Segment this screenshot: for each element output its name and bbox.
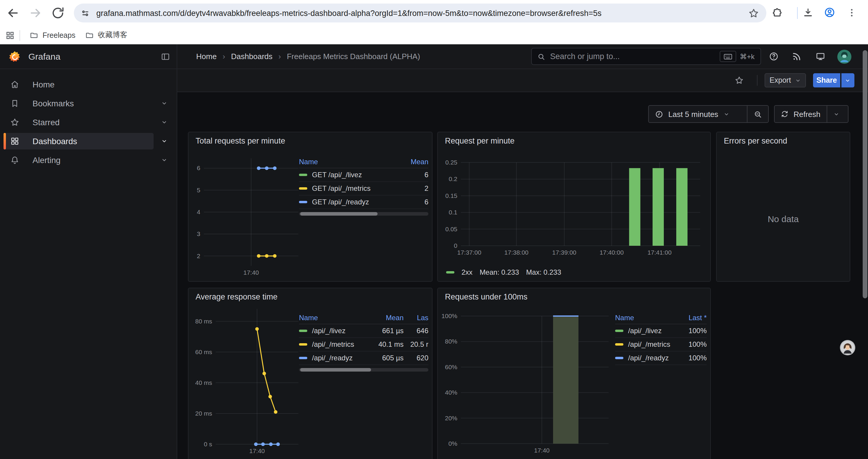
refresh-button[interactable]: Refresh [775, 106, 826, 122]
svg-text:60 ms: 60 ms [195, 349, 212, 355]
sidebar-item-bookmarks[interactable]: Bookmarks [0, 94, 177, 113]
address-bar[interactable]: grafana.mathmast.com/d/deytv4rwavabkb/fr… [74, 4, 766, 23]
downloads-icon[interactable] [802, 7, 814, 18]
share-button[interactable]: Share [813, 73, 840, 88]
panel-request-per-minute[interactable]: Request per minute 0.250.20.150.10.05017… [437, 132, 711, 282]
help-icon[interactable] [769, 52, 779, 61]
share-menu-button[interactable] [841, 73, 854, 88]
legend-header[interactable]: Last * [678, 312, 707, 324]
bookmark-folder-blogs[interactable]: 收藏博客 [80, 28, 132, 42]
legend-header[interactable]: Mean [367, 312, 404, 324]
legend-series-name[interactable]: /api/_/readyz [615, 352, 678, 365]
page-scrollbar[interactable] [863, 50, 867, 298]
zoom-out-button[interactable] [747, 106, 768, 122]
browser-reload-icon[interactable] [51, 6, 65, 20]
news-rss-icon[interactable] [792, 52, 802, 61]
url-text[interactable]: grafana.mathmast.com/d/deytv4rwavabkb/fr… [96, 8, 748, 18]
favorite-star-icon[interactable] [735, 76, 744, 85]
panel-title[interactable]: Requests under 100ms [445, 292, 527, 301]
share-label: Share [816, 76, 837, 85]
legend-value: 40.1 ms [367, 338, 404, 352]
profile-icon[interactable] [824, 6, 836, 18]
search-input[interactable]: Search or jump to... ⌘+k [531, 48, 761, 65]
legend-series-name[interactable]: /api/_/livez [615, 324, 678, 338]
svg-text:5: 5 [197, 187, 200, 193]
sidebar-item-alerting[interactable]: Alerting [0, 151, 177, 169]
svg-text:6: 6 [197, 165, 200, 171]
extensions-icon[interactable] [772, 7, 783, 18]
export-button[interactable]: Export [765, 73, 806, 88]
chevron-down-icon[interactable] [161, 119, 168, 126]
panel-requests-under-100ms[interactable]: Requests under 100ms 100%80%60%40%20%0%1… [437, 288, 711, 459]
refresh-group: Refresh [774, 105, 848, 123]
panel-title[interactable]: Errors per second [724, 136, 787, 145]
assistant-avatar-button[interactable] [840, 340, 856, 356]
bar-chart[interactable]: 0.250.20.150.10.05017:37:0017:38:0017:39… [440, 148, 704, 281]
panel-average-response-time[interactable]: Average response time 80 ms60 ms40 ms20 … [188, 288, 433, 459]
chevron-down-icon [723, 111, 730, 117]
svg-text:20%: 20% [445, 415, 457, 422]
folder-icon [85, 31, 94, 40]
chevron-down-icon[interactable] [161, 157, 168, 164]
panel-title[interactable]: Average response time [195, 292, 277, 301]
sidebar-item-starred[interactable]: Starred [0, 113, 177, 132]
sidebar-item-home[interactable]: Home [0, 75, 177, 94]
panel-title[interactable]: Request per minute [445, 136, 515, 145]
legend-series-name[interactable]: GET /api/_/readyz [299, 196, 398, 209]
panel-legend[interactable]: 2xx Mean: 0.233 Max: 0.233 [446, 268, 561, 276]
chevron-down-icon[interactable] [161, 138, 168, 145]
panel-total-requests[interactable]: Total requests per minute 6543217:40 Nam… [188, 132, 433, 282]
legend-header[interactable]: Name [615, 312, 678, 324]
sidebar-item-dashboards[interactable]: Dashboards [0, 132, 177, 151]
timeseries-chart[interactable]: 80 ms60 ms40 ms20 ms0 s17:40 [191, 304, 303, 459]
legend-swatch [299, 357, 307, 359]
legend-header[interactable]: Las [404, 312, 428, 324]
legend-series-name[interactable]: GET /api/_/metrics [299, 182, 398, 196]
chevron-down-icon[interactable] [161, 100, 168, 107]
sidebar-toggle-icon[interactable] [161, 52, 170, 61]
bar-chart[interactable]: 100%80%60%40%20%0%17:40 [440, 304, 613, 459]
kiosk-monitor-icon[interactable] [815, 52, 826, 61]
legend-series-name[interactable]: /api/_/metrics [615, 338, 678, 352]
browser-forward-icon[interactable] [28, 6, 42, 20]
sidebar-nav: Home Bookmarks Starred Dashboards [0, 69, 177, 459]
panel-title[interactable]: Total requests per minute [195, 136, 285, 145]
svg-text:0: 0 [454, 242, 457, 249]
legend-header[interactable]: Name [299, 312, 367, 324]
user-avatar[interactable] [837, 49, 852, 64]
browser-back-icon[interactable] [6, 6, 20, 20]
refresh-interval-button[interactable] [827, 106, 845, 122]
legend-scrollbar[interactable] [299, 212, 428, 216]
legend-header[interactable]: Name [299, 156, 398, 168]
bookmark-folder-freeleaps[interactable]: Freeleaps [25, 28, 80, 42]
panel-legend-table[interactable]: NameMeanGET /api/_/livez6GET /api/_/metr… [299, 156, 428, 216]
svg-text:3: 3 [197, 230, 200, 237]
legend-series-name[interactable]: GET /api/_/livez [299, 168, 398, 182]
svg-text:0%: 0% [448, 440, 457, 447]
legend-value: 661 µs [367, 324, 404, 338]
legend-series-name[interactable]: 2xx [462, 268, 472, 276]
legend-series-name[interactable]: /api/_/metrics [299, 338, 367, 352]
legend-series-name[interactable]: /api/_/readyz [299, 352, 367, 365]
chevron-down-icon [795, 77, 801, 84]
legend-swatch [299, 201, 307, 203]
legend-header[interactable]: Mean [398, 156, 428, 168]
time-range-picker[interactable]: Last 5 minutes [649, 106, 747, 122]
panel-errors-per-second[interactable]: Errors per second No data [716, 132, 850, 282]
legend-scrollbar[interactable] [299, 368, 428, 371]
sidebar-item-label: Dashboards [32, 136, 77, 146]
chevron-down-icon [833, 111, 839, 117]
legend-series-name[interactable]: /api/_/livez [299, 324, 367, 338]
panel-legend-table[interactable]: NameLast */api/_/livez100%/api/_/metrics… [615, 312, 707, 365]
apps-grid-icon[interactable] [5, 30, 15, 40]
timeseries-chart[interactable]: 6543217:40 [191, 148, 303, 281]
browser-menu-icon[interactable] [847, 8, 857, 18]
legend-max: Max: 0.233 [526, 268, 561, 276]
bookmark-star-icon[interactable] [748, 7, 759, 19]
panel-legend-table[interactable]: NameMeanLas/api/_/livez661 µs646/api/_/m… [299, 312, 428, 371]
grafana-logo-icon[interactable] [8, 50, 21, 63]
site-controls-icon[interactable] [80, 8, 90, 18]
breadcrumb-home[interactable]: Home [196, 52, 217, 61]
search-icon [537, 52, 546, 61]
breadcrumb-dashboards[interactable]: Dashboards [231, 52, 272, 61]
